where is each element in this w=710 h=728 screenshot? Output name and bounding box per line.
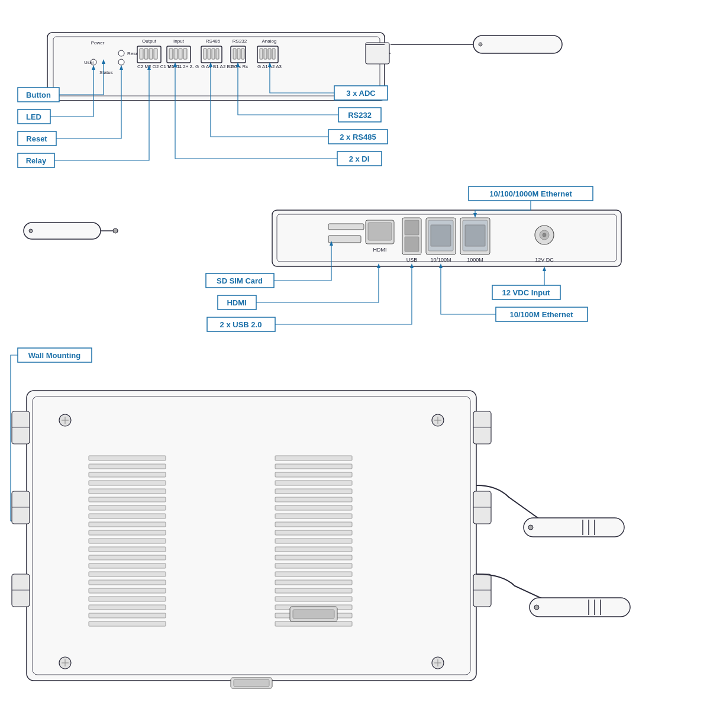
svg-point-74 <box>113 228 118 233</box>
svg-rect-26 <box>208 49 211 59</box>
svg-text:Status: Status <box>99 70 113 75</box>
svg-rect-157 <box>89 539 166 543</box>
svg-rect-123 <box>12 411 30 444</box>
svg-rect-125 <box>12 491 30 524</box>
svg-rect-168 <box>275 456 352 460</box>
svg-text:LED: LED <box>26 112 41 121</box>
svg-text:2 x RS485: 2 x RS485 <box>340 133 376 141</box>
svg-rect-131 <box>473 491 491 524</box>
svg-rect-133 <box>473 574 491 607</box>
svg-rect-83 <box>328 236 361 243</box>
svg-text:10/100M: 10/100M <box>430 257 451 263</box>
svg-text:12V DC: 12V DC <box>535 257 554 263</box>
svg-point-194 <box>528 525 533 530</box>
svg-rect-19 <box>174 49 178 59</box>
svg-text:RS232: RS232 <box>348 111 372 120</box>
svg-rect-153 <box>89 505 166 510</box>
svg-text:Input: Input <box>173 38 185 44</box>
svg-rect-169 <box>275 464 352 469</box>
svg-rect-150 <box>89 481 166 485</box>
svg-text:Output: Output <box>142 38 157 44</box>
svg-rect-156 <box>89 530 166 535</box>
svg-rect-178 <box>275 539 352 543</box>
svg-rect-176 <box>275 522 352 527</box>
svg-text:SD SIM Card: SD SIM Card <box>217 276 263 285</box>
svg-rect-177 <box>275 530 352 535</box>
svg-rect-94 <box>465 225 485 246</box>
svg-rect-90 <box>431 225 451 246</box>
svg-rect-20 <box>179 49 182 59</box>
svg-point-76 <box>29 229 33 233</box>
svg-rect-160 <box>89 563 166 568</box>
svg-rect-40 <box>268 49 271 59</box>
svg-text:10/100/1000M Ethernet: 10/100/1000M Ethernet <box>489 189 572 198</box>
svg-rect-162 <box>89 580 166 585</box>
svg-rect-39 <box>264 49 267 59</box>
svg-rect-181 <box>275 563 352 568</box>
svg-text:Analog: Analog <box>262 38 277 44</box>
svg-rect-170 <box>275 472 352 477</box>
svg-text:2 x USB 2.0: 2 x USB 2.0 <box>220 320 262 329</box>
svg-text:Relay: Relay <box>26 156 47 165</box>
svg-rect-14 <box>154 49 157 59</box>
svg-point-7 <box>118 59 124 65</box>
svg-text:12 VDC Input: 12 VDC Input <box>502 288 551 297</box>
svg-rect-85 <box>405 220 419 235</box>
svg-rect-175 <box>275 514 352 518</box>
svg-rect-86 <box>405 237 419 252</box>
svg-rect-44 <box>473 36 562 53</box>
svg-text:3 x ADC: 3 x ADC <box>346 89 376 98</box>
svg-rect-149 <box>89 472 166 477</box>
svg-rect-81 <box>368 223 392 240</box>
svg-rect-163 <box>89 588 166 593</box>
svg-rect-198 <box>530 598 630 617</box>
svg-rect-185 <box>275 597 352 601</box>
svg-rect-13 <box>149 49 153 59</box>
svg-rect-161 <box>89 572 166 576</box>
svg-rect-190 <box>293 610 334 619</box>
svg-point-45 <box>479 43 482 46</box>
svg-rect-41 <box>272 49 275 59</box>
svg-rect-75 <box>24 223 101 239</box>
svg-rect-47 <box>366 43 389 64</box>
svg-rect-38 <box>260 49 263 59</box>
svg-rect-33 <box>237 49 240 59</box>
svg-rect-25 <box>204 49 206 59</box>
svg-rect-151 <box>89 489 166 494</box>
svg-rect-171 <box>275 481 352 485</box>
svg-rect-165 <box>89 605 166 610</box>
svg-rect-28 <box>216 49 219 59</box>
svg-rect-79 <box>328 224 364 230</box>
svg-text:RS232: RS232 <box>233 38 247 44</box>
svg-point-199 <box>534 605 539 610</box>
svg-rect-164 <box>89 597 166 601</box>
svg-rect-148 <box>89 464 166 469</box>
svg-rect-192 <box>234 679 269 687</box>
svg-text:Wall Mounting: Wall Mounting <box>28 351 80 360</box>
svg-rect-184 <box>275 588 352 593</box>
svg-text:Reset: Reset <box>26 134 47 143</box>
svg-text:10/100M Ethernet: 10/100M Ethernet <box>510 310 574 319</box>
svg-rect-12 <box>144 49 148 59</box>
svg-rect-172 <box>275 489 352 494</box>
svg-rect-188 <box>275 621 352 626</box>
svg-text:User: User <box>84 60 94 65</box>
svg-text:USB: USB <box>406 257 418 263</box>
svg-rect-27 <box>212 49 215 59</box>
svg-rect-154 <box>89 514 166 518</box>
svg-text:Power: Power <box>91 40 105 46</box>
svg-rect-129 <box>473 411 491 444</box>
svg-rect-174 <box>275 505 352 510</box>
svg-text:HDMI: HDMI <box>227 298 246 307</box>
svg-rect-34 <box>241 49 244 59</box>
svg-rect-18 <box>169 49 173 59</box>
svg-text:HDMI: HDMI <box>373 247 387 253</box>
svg-point-98 <box>543 233 546 237</box>
svg-rect-152 <box>89 497 166 502</box>
svg-text:V 1- 1- 2+ 2- G: V 1- 1- 2+ 2- G <box>167 64 199 69</box>
svg-rect-182 <box>275 572 352 576</box>
svg-rect-11 <box>140 49 143 59</box>
svg-point-3 <box>118 50 124 56</box>
svg-rect-127 <box>12 574 30 607</box>
svg-text:RS485: RS485 <box>206 38 221 44</box>
